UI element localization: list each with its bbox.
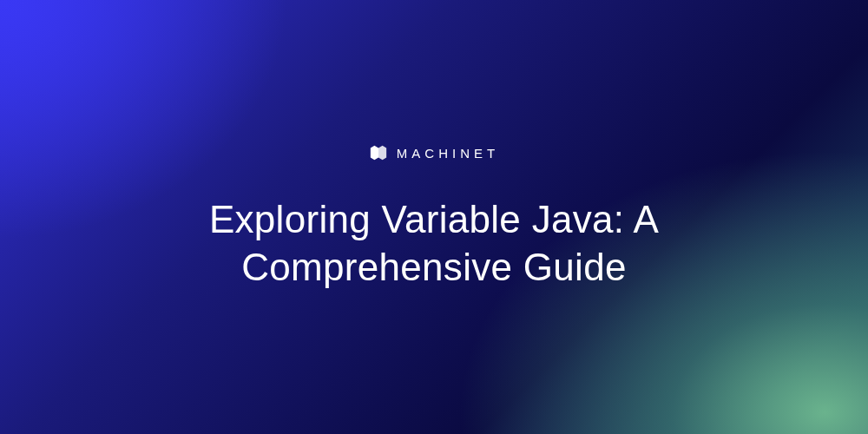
brand-logo-icon [369,143,388,162]
brand-name-label: MACHINET [397,146,499,161]
page-title: Exploring Variable Java: A Comprehensive… [122,195,746,291]
hero-banner: MACHINET Exploring Variable Java: A Comp… [0,0,868,434]
brand-block: MACHINET [369,143,499,162]
